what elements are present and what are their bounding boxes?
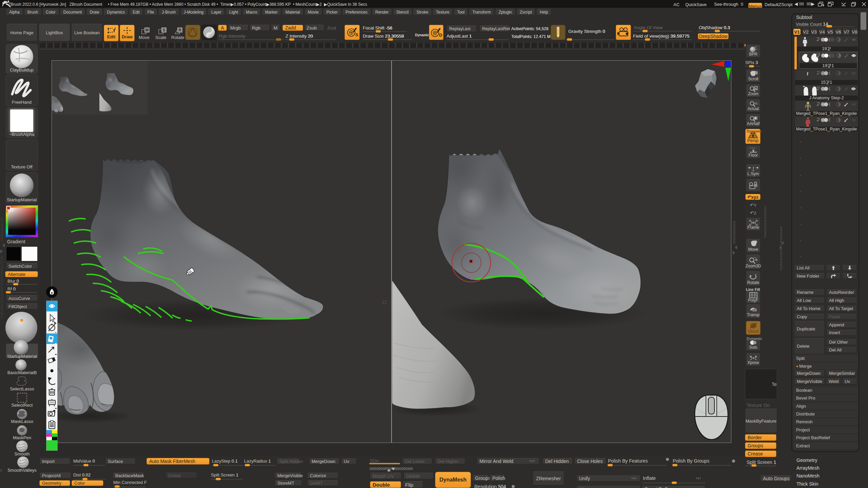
svg-text:S: S (162, 28, 165, 33)
svg-text:D: D (439, 33, 442, 38)
svg-text:x y z: x y z (750, 146, 755, 149)
svg-text:R: R (178, 28, 181, 33)
svg-text:M: M (145, 28, 149, 33)
svg-text:S: S (355, 32, 358, 37)
svg-text:x1: x1 (754, 102, 758, 105)
